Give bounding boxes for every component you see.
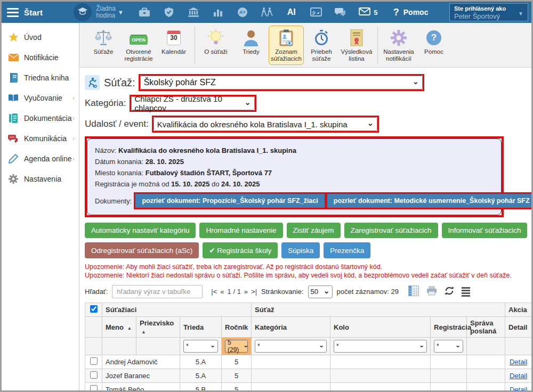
nazov-value: Kvalifikácia do okresného kola Bratislav…	[118, 146, 296, 154]
sidebar-item-dokumentacia[interactable]: Dokumentácia ›	[2, 108, 79, 128]
column-header-kolo[interactable]: Kolo	[330, 317, 431, 338]
trieda-filter-select[interactable]: *	[183, 340, 218, 353]
toolbar-item-vysledkova-listina[interactable]: Výsledková listina	[339, 26, 374, 65]
lesson-caret-icon[interactable]: ▼	[118, 9, 124, 15]
toolbar-item-kalendar[interactable]: 30 Kalendár	[156, 26, 191, 58]
detail-link[interactable]: Detail	[510, 358, 527, 366]
detail-link[interactable]: Detail	[510, 386, 527, 390]
column-header-registracia[interactable]: Registrácia	[431, 317, 467, 338]
auto-kategoria-button[interactable]: Automaticky nastaviť kategóriu	[85, 223, 196, 238]
gauge-icon[interactable]: A+	[230, 7, 255, 18]
kategoria-label: Kategória:	[85, 98, 126, 109]
sutaz-select[interactable]: Školský pohár SFZ	[140, 76, 423, 89]
shield-check-icon[interactable]	[157, 7, 181, 18]
toolbar-item-triedy[interactable]: Triedy	[233, 26, 269, 58]
prezencka-button[interactable]: Prezenčka	[324, 242, 370, 258]
document-icon	[8, 113, 19, 124]
column-header-meno[interactable]: Meno ▲	[102, 317, 136, 338]
table-row: Tomáš Beňo 5.B 5 Detail	[85, 383, 532, 391]
zaregistrovat-button[interactable]: Zaregistrovať súťažiacich	[344, 223, 438, 238]
search-input[interactable]	[112, 285, 203, 298]
briefcase-icon[interactable]	[132, 7, 157, 17]
refresh-icon[interactable]	[445, 286, 454, 297]
sidebar-item-nastavenia[interactable]: Nastavenia	[2, 169, 79, 189]
row-checkbox[interactable]	[90, 371, 98, 379]
column-header-detail: Detail	[505, 317, 531, 338]
sidebar-item-label: Úvod	[24, 33, 42, 42]
student-trieda: 5.B	[180, 383, 222, 391]
print-icon[interactable]	[426, 286, 437, 297]
help-menu-item[interactable]: ? Pomoc	[393, 7, 429, 18]
pagination-prev[interactable]: «	[220, 288, 224, 296]
document-button-propozicie[interactable]: pozrieť dokument: Propozície_Školský poh…	[135, 194, 324, 208]
pagination-first[interactable]: |<	[211, 288, 217, 296]
zistit-zaujem-button[interactable]: Zistiť záujem	[287, 223, 341, 238]
current-lesson-label[interactable]: Žiadna hodina	[96, 5, 116, 19]
kategoria-select[interactable]: Chlapci ZS - družstvá 10 chlapcov	[131, 96, 255, 110]
toolbar-item-sutaze[interactable]: Súťaže	[86, 26, 121, 58]
columns-icon[interactable]	[408, 285, 419, 298]
toolbar-item-o-sutazi[interactable]: O súťaži	[198, 26, 233, 58]
sidebar-item-triedna-kniha[interactable]: Triedna kniha	[2, 68, 79, 88]
mail-menu-item[interactable]: 5	[353, 7, 384, 18]
sidebar-item-agenda-online[interactable]: Agenda online ›	[2, 149, 79, 169]
runners-icon[interactable]	[255, 7, 279, 18]
bank-icon[interactable]	[181, 7, 206, 17]
gear-icon	[390, 28, 407, 47]
sidebar-item-label: Triedna kniha	[24, 74, 69, 82]
kategoria-filter-select[interactable]: *	[255, 340, 327, 353]
udalost-select[interactable]: Kvalifikácia do okresného kola Bratislav…	[154, 117, 377, 131]
document-button-metodicke[interactable]: pozrieť dokument: Metodické usmernenie_Š…	[327, 194, 531, 208]
bar-chart-icon[interactable]	[206, 8, 230, 17]
sidebar-item-label: Komunikácia	[24, 134, 67, 143]
column-header-kategoria[interactable]: Kategória	[252, 317, 330, 338]
toolbar-item-pomoc[interactable]: ? Pomoc	[416, 26, 451, 58]
warning-1: Upozornenie: Aby mohli žiaci súťažiť, tr…	[85, 263, 528, 271]
mail-count-badge: 5	[374, 9, 377, 17]
chat-bubbles-icon[interactable]	[328, 7, 353, 18]
pagination-page: 1 / 1	[228, 288, 241, 296]
select-all-checkbox[interactable]	[90, 305, 98, 313]
rocnik-filter-select[interactable]: 5 (29)	[225, 340, 248, 353]
pagination-last[interactable]: >|	[251, 288, 257, 296]
row-checkbox[interactable]	[90, 357, 98, 365]
annotation-box-documents: pozrieť dokument: Propozície_Školský poh…	[134, 192, 531, 209]
sidebar-item-komunikacia[interactable]: Komunikácia ›	[2, 128, 79, 149]
sidebar-item-uvod[interactable]: Úvod	[2, 27, 79, 47]
check-icon: ✔	[209, 247, 215, 255]
lesson-circle-button[interactable]	[74, 3, 92, 21]
competitors-table: Súťažiaci Súťaž Akcia Meno ▲ Priezvisko …	[85, 303, 531, 390]
person-icon	[243, 28, 259, 47]
column-header-rocnik[interactable]: Ročník	[222, 317, 252, 338]
toolbar-item-priebeh-sutaze[interactable]: Priebeh súťaže	[304, 26, 339, 65]
open-sign-icon: OPEN	[130, 28, 148, 47]
column-header-trieda[interactable]: Trieda	[180, 317, 222, 338]
supiska-button[interactable]: Súpiska	[281, 242, 320, 258]
informovat-button[interactable]: Informovať súťažiacich	[442, 223, 528, 238]
cast-icon[interactable]	[304, 7, 328, 17]
toolbar-item-zoznam-sutaziacich[interactable]: Zoznam súťažiacich	[269, 26, 304, 65]
sidebar-item-vyucovanie[interactable]: Vyučovanie ›	[2, 88, 79, 108]
registracia-filter-select[interactable]: *	[434, 340, 463, 353]
odregistrovat-button[interactable]: Odregistrovať súťažiacich (aSc)	[85, 242, 199, 258]
user-account-menu[interactable]: Ste prihlásený ako Peter Športový ▼	[449, 3, 528, 21]
detail-link[interactable]: Detail	[510, 372, 527, 380]
pagination-next[interactable]: »	[244, 288, 248, 296]
ai-menu-item[interactable]: AI	[279, 7, 304, 17]
hamburger-menu-icon[interactable]	[7, 8, 19, 17]
records-count: počet záznamov: 29	[337, 288, 399, 296]
list-view-icon[interactable]	[462, 287, 470, 297]
registracia-skoly-button[interactable]: ✔ Registrácia školy	[203, 242, 278, 258]
hromadne-nastavenie-button[interactable]: Hromadné nastavenie	[199, 223, 282, 238]
student-name: Andrej Adamovič	[102, 355, 180, 369]
hladat-label: Hľadať:	[85, 288, 108, 296]
group-header-sutaziaci: Súťažiaci	[102, 303, 252, 317]
row-checkbox[interactable]	[90, 385, 98, 390]
kolo-filter-select[interactable]: *	[334, 340, 427, 353]
sidebar-item-notifikacie[interactable]: Notifikácie	[2, 47, 79, 68]
toolbar-item-nastavenia-notifikacii[interactable]: Nastavenia notifikácií	[381, 26, 416, 65]
column-header-priezvisko[interactable]: Priezvisko ▲	[136, 317, 180, 338]
column-header-sprava-poslana[interactable]: Správa poslaná	[467, 317, 505, 338]
toolbar-item-otvorene-registracie[interactable]: OPEN Otvorené registrácie	[121, 26, 156, 65]
page-size-select[interactable]: 50	[308, 285, 333, 298]
